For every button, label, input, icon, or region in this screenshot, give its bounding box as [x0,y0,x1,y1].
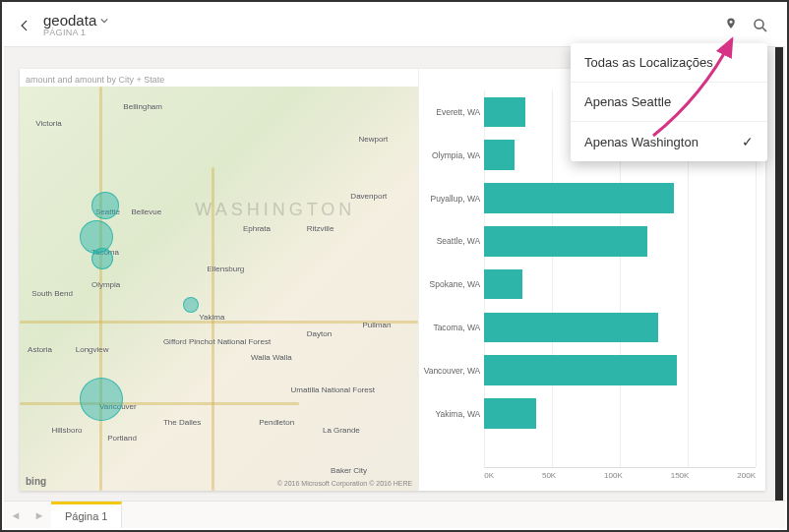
map-bubble[interactable] [91,192,119,219]
bar-row: Tacoma, WA [423,306,756,349]
bar-row: Puyallup, WA [423,177,756,220]
map-city-label: La Grande [323,426,360,435]
map-city-label: Astoria [28,345,52,354]
map-visual-title: amount and amount by City + State [26,75,164,85]
map-city-label: Pendleton [259,418,294,427]
bar-fill[interactable] [484,355,677,385]
map-city-label: The Dalles [163,418,201,427]
map-city-label: Baker City [331,466,367,475]
tab-page-1[interactable]: Página 1 [51,502,122,528]
map-background: WASHINGTON Bellingham Victoria Seattle B… [20,87,418,491]
bar-row: Yakima, WA [423,392,756,436]
filter-option-label: Apenas Washington [584,135,698,149]
page-subtitle: PÁGINA 1 [43,29,108,37]
bar-fill[interactable] [484,226,646,257]
svg-point-1 [755,20,763,29]
x-tick: 150K [671,471,690,483]
map-city-label: Ephrata [243,224,271,233]
bar-track [484,355,756,385]
filter-option-label: Todas as Localizações [584,55,713,70]
bar-category-label: Spokane, WA [423,279,484,289]
search-icon [752,17,769,34]
tab-next-button[interactable]: ► [28,502,51,528]
map-city-label: Dayton [307,329,332,338]
map-bubble[interactable] [91,248,113,269]
map-city-label: Gifford Pinchot National Forest [163,337,271,346]
back-button[interactable] [14,15,35,36]
bar-fill[interactable] [484,140,514,170]
bar-track [484,313,756,343]
map-provider-logo: bing [26,476,46,487]
bar-category-label: Everett, WA [423,107,484,117]
title-block[interactable]: geodata PÁGINA 1 [43,13,108,37]
map-city-label: Ellensburg [207,265,244,273]
x-axis: 0K 50K 100K 150K 200K [484,467,756,483]
map-city-label: Olympia [91,280,120,289]
bar-category-label: Puyallup, WA [423,194,484,204]
map-city-label: South Bend [31,289,73,298]
filter-option-label: Apenas Seattle [584,94,671,109]
bar-category-label: Olympia, WA [423,150,484,160]
map-city-label: Bellingham [123,102,162,111]
map-city-label: Yakima [199,313,224,322]
bar-track [484,398,756,429]
bar-category-label: Yakima, WA [423,409,484,419]
bar-row: Spokane, WA [423,263,756,306]
map-city-label: Davenport [350,192,387,201]
svg-point-0 [730,20,733,23]
bar-category-label: Tacoma, WA [423,323,484,332]
map-city-label: Longview [76,345,109,354]
state-watermark: WASHINGTON [195,200,355,220]
bar-fill[interactable] [484,269,522,300]
filter-option-washington[interactable]: Apenas Washington ✓ [571,122,767,161]
vertical-scrollbar[interactable] [775,47,783,501]
x-tick: 0K [484,471,494,483]
check-icon: ✓ [742,134,754,149]
x-tick: 200K [737,471,756,483]
map-city-label: Newport [358,135,388,144]
map-city-label: Umatilla National Forest [291,385,375,394]
filter-menu-button[interactable] [716,11,746,40]
app-root: geodata PÁGINA 1 amount and amount by Ci… [4,4,785,528]
location-filter-dropdown: Todas as Localizações Apenas Seattle Ape… [571,43,767,161]
map-city-label: Walla Walla [251,353,292,362]
bar-row: Seattle, WA [423,219,756,263]
map-city-label: Portland [107,434,137,443]
bar-track [484,226,756,257]
chevron-left-icon [18,19,31,32]
bar-fill[interactable] [484,313,657,343]
bar-fill[interactable] [484,398,535,429]
map-city-label: Hillsboro [51,426,82,435]
bar-track [484,183,756,213]
report-title: geodata [43,13,96,29]
map-city-label: Pullman [363,321,392,329]
bar-fill[interactable] [484,97,524,128]
bar-row: Vancouver, WA [423,349,756,392]
tab-prev-button[interactable]: ◄ [4,502,28,528]
x-tick: 50K [542,471,556,483]
bar-track [484,269,756,300]
bar-fill[interactable] [484,183,674,213]
chevron-down-icon [100,17,108,25]
map-bubble[interactable] [80,378,123,421]
map-visual[interactable]: amount and amount by City + State WASHIN… [20,69,419,491]
map-city-label: Ritzville [307,224,334,233]
map-attribution: © 2016 Microsoft Corporation © 2016 HERE [277,480,413,487]
filter-option-seattle[interactable]: Apenas Seattle [571,83,767,122]
bar-category-label: Vancouver, WA [423,366,484,376]
map-city-label: Victoria [35,119,62,128]
bar-category-label: Seattle, WA [423,236,484,246]
page-tabs: ◄ ► Página 1 [4,501,785,528]
map-city-label: Bellevue [131,207,161,216]
map-bubble[interactable] [183,297,199,313]
header-bar: geodata PÁGINA 1 [4,4,785,47]
filter-option-all[interactable]: Todas as Localizações [571,43,767,83]
x-tick: 100K [604,471,623,483]
pin-person-icon [722,17,740,34]
search-button[interactable] [746,11,775,40]
